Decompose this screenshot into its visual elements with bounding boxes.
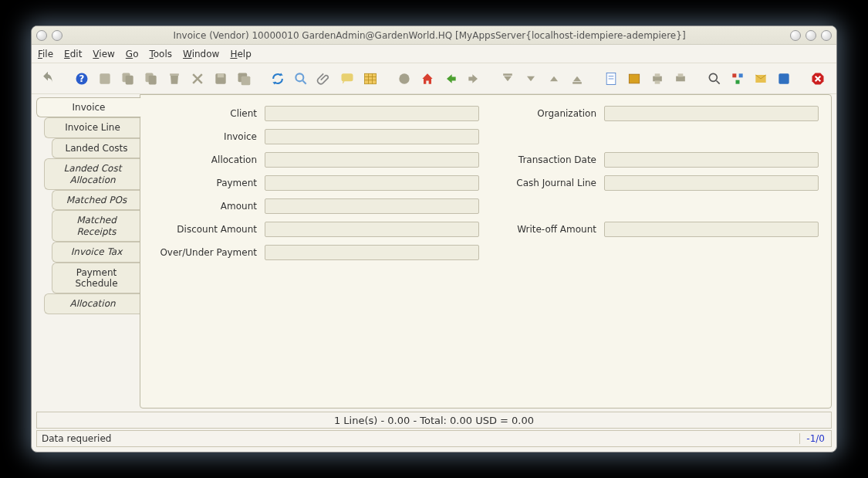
tab-matched-pos[interactable]: Matched POs xyxy=(52,190,140,210)
delete-selection-icon[interactable] xyxy=(187,69,208,89)
svg-rect-29 xyxy=(655,80,660,83)
svg-point-12 xyxy=(296,73,303,81)
next-record-icon[interactable] xyxy=(544,69,564,89)
svg-rect-28 xyxy=(655,73,660,76)
payment-field[interactable] xyxy=(265,175,479,191)
menu-view[interactable]: View xyxy=(93,49,114,59)
application-window: Invoice (Vendor) 10000010 GardenAdmin@Ga… xyxy=(31,25,837,453)
archive-icon[interactable] xyxy=(624,69,644,89)
print-preview-icon[interactable] xyxy=(670,69,691,89)
payment-label: Payment xyxy=(148,178,260,188)
totals-bar: 1 Line(s) - 0.00 - Total: 0.00 USD = 0.0… xyxy=(36,412,832,429)
workflow-icon[interactable] xyxy=(728,69,748,89)
save-create-icon[interactable] xyxy=(234,69,254,89)
svg-rect-14 xyxy=(342,73,353,81)
svg-rect-30 xyxy=(676,76,685,81)
end-window-icon[interactable] xyxy=(808,69,828,89)
new-record-icon[interactable] xyxy=(95,69,115,89)
print-icon[interactable] xyxy=(647,69,667,89)
allocation-field[interactable] xyxy=(265,152,479,168)
maximize-button[interactable] xyxy=(806,30,816,41)
menu-tools[interactable]: Tools xyxy=(149,49,172,59)
svg-rect-34 xyxy=(732,73,736,77)
allocation-label: Allocation xyxy=(148,154,260,165)
chat-icon[interactable] xyxy=(337,69,357,89)
lookup-record-icon[interactable] xyxy=(291,69,311,89)
close-button[interactable] xyxy=(821,30,832,41)
svg-rect-36 xyxy=(736,80,740,83)
svg-rect-35 xyxy=(739,73,743,77)
attachment-icon[interactable] xyxy=(314,69,334,89)
totals-text: 1 Line(s) - 0.00 - Total: 0.00 USD = 0.0… xyxy=(334,415,534,426)
window-sticky-icon[interactable] xyxy=(52,30,62,41)
status-bar: Data requeried -1/0 xyxy=(36,430,832,447)
undo-icon[interactable] xyxy=(38,69,58,89)
refresh-icon[interactable] xyxy=(268,69,288,89)
forward-icon[interactable] xyxy=(464,69,484,89)
svg-point-32 xyxy=(709,73,717,81)
svg-rect-21 xyxy=(503,73,512,76)
menu-edit[interactable]: Edit xyxy=(64,49,82,59)
status-record-count: -1/0 xyxy=(799,433,831,444)
svg-rect-22 xyxy=(572,82,582,84)
menu-file[interactable]: File xyxy=(38,49,53,59)
amount-label: Amount xyxy=(148,201,260,212)
svg-point-20 xyxy=(399,73,409,83)
invoice-field[interactable] xyxy=(265,129,479,144)
overunder-label: Over/Under Payment xyxy=(148,247,260,258)
menu-help[interactable]: Help xyxy=(230,49,251,59)
tab-allocation[interactable]: Allocation xyxy=(44,293,140,314)
menu-go[interactable]: Go xyxy=(126,49,139,59)
amount-field[interactable] xyxy=(265,198,479,214)
organization-field[interactable] xyxy=(604,106,819,121)
svg-rect-27 xyxy=(653,76,662,81)
writeoff-amount-field[interactable] xyxy=(604,222,819,237)
tab-landed-costs[interactable]: Landed Costs xyxy=(52,138,140,158)
help-icon[interactable]: ? xyxy=(72,69,92,89)
previous-record-icon[interactable] xyxy=(521,69,541,89)
copy-record-icon[interactable] xyxy=(118,69,138,89)
tab-invoice-line[interactable]: Invoice Line xyxy=(44,117,140,137)
grid-toggle-icon[interactable] xyxy=(360,69,380,89)
toolbar: ? xyxy=(32,63,836,94)
svg-rect-6 xyxy=(149,75,157,84)
transaction-date-field[interactable] xyxy=(604,152,819,168)
organization-label: Organization xyxy=(484,108,599,119)
svg-rect-9 xyxy=(218,73,224,77)
tab-invoice-tax[interactable]: Invoice Tax xyxy=(52,242,140,262)
discount-amount-field[interactable] xyxy=(265,222,479,237)
back-icon[interactable] xyxy=(441,69,461,89)
request-icon[interactable] xyxy=(751,69,771,89)
first-record-icon[interactable] xyxy=(498,69,518,89)
tab-matched-receipts[interactable]: Matched Receipts xyxy=(52,210,140,242)
history-globe-icon[interactable] xyxy=(394,69,414,89)
client-label: Client xyxy=(148,108,260,119)
save-icon[interactable] xyxy=(211,69,231,89)
svg-rect-26 xyxy=(629,74,639,83)
product-info-icon[interactable] xyxy=(774,69,794,89)
home-icon[interactable] xyxy=(417,69,437,89)
overunder-field[interactable] xyxy=(265,245,479,260)
svg-text:?: ? xyxy=(79,73,85,84)
cash-journal-label: Cash Journal Line xyxy=(484,178,599,188)
delete-record-icon[interactable] xyxy=(164,69,184,89)
svg-rect-15 xyxy=(365,73,377,83)
svg-rect-2 xyxy=(100,73,110,83)
menu-window[interactable]: Window xyxy=(183,49,219,59)
svg-rect-7 xyxy=(170,73,179,76)
svg-line-33 xyxy=(717,80,720,83)
client-field[interactable] xyxy=(265,106,479,121)
copy-details-icon[interactable] xyxy=(141,69,161,89)
zoom-across-icon[interactable] xyxy=(704,69,724,89)
last-record-icon[interactable] xyxy=(567,69,587,89)
tab-landed-cost-allocation[interactable]: Landed Cost Allocation xyxy=(44,158,140,190)
minimize-button[interactable] xyxy=(790,30,801,41)
tab-payment-schedule[interactable]: Payment Schedule xyxy=(52,263,140,294)
tab-invoice[interactable]: Invoice xyxy=(36,97,141,117)
svg-rect-4 xyxy=(126,75,133,84)
transaction-date-label: Transaction Date xyxy=(484,154,599,165)
cash-journal-field[interactable] xyxy=(604,175,819,191)
report-icon[interactable] xyxy=(601,69,621,89)
window-menu-icon[interactable] xyxy=(36,30,47,41)
form-panel: Client Organization Invoice Allocation T… xyxy=(140,94,832,409)
